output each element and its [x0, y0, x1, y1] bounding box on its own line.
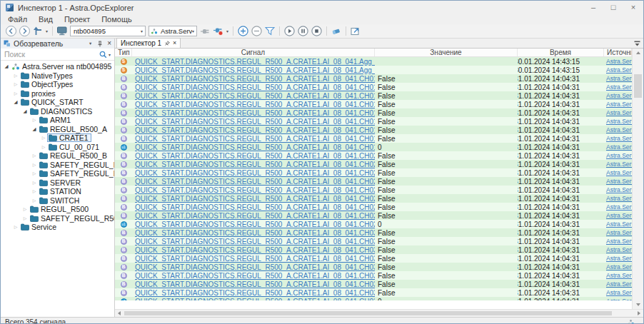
- signal-link[interactable]: QUICK_START.DIAGNOSTICS.REGUL_R500_A.CRA…: [132, 272, 375, 280]
- tree-item-regul-r500-b[interactable]: ▷REGUL_R500_B: [1, 151, 114, 161]
- export-button[interactable]: [351, 26, 361, 36]
- tree-node-body[interactable]: ARM1: [38, 116, 74, 124]
- tree-node-body[interactable]: SERVER: [38, 178, 84, 187]
- expand-arrow-icon[interactable]: ▷: [40, 145, 47, 149]
- signal-link[interactable]: QUICK_START.DIAGNOSTICS.REGUL_R500_A.CRA…: [132, 221, 375, 228]
- menu-file[interactable]: Файл: [2, 14, 33, 24]
- tree-item-nativetypes[interactable]: ▷NativeTypes: [1, 71, 114, 81]
- start-button[interactable]: [284, 26, 295, 36]
- tree-node-body[interactable]: CU_00_071: [47, 143, 102, 151]
- tree-item-regul-r500-a[interactable]: ◢REGUL_R500_A: [1, 125, 114, 134]
- signal-link[interactable]: QUICK_START.DIAGNOSTICS.REGUL_R500_A.CRA…: [132, 246, 375, 254]
- tab-pin-icon[interactable]: [164, 41, 170, 46]
- source-link[interactable]: Astra.Server: [604, 238, 632, 245]
- panel-menu-icon[interactable]: ▾: [89, 41, 91, 46]
- expand-arrow-icon[interactable]: ▷: [21, 207, 29, 211]
- tree-item-crate1[interactable]: ▷CRATE1: [1, 133, 114, 143]
- host-combobox[interactable]: ntb004895 ▾: [70, 26, 146, 36]
- expand-arrow-icon[interactable]: ▷: [31, 181, 38, 185]
- tree-node-body[interactable]: REGUL_R500: [29, 205, 91, 213]
- vertical-scrollbar[interactable]: [632, 49, 643, 309]
- signal-link[interactable]: QUICK_START.DIAGNOSTICS.REGUL_R500_A.CRA…: [132, 203, 375, 211]
- source-link[interactable]: Astra.Server: [604, 212, 632, 219]
- back-button[interactable]: [6, 26, 16, 36]
- signal-link[interactable]: QUICK_START.DIAGNOSTICS.REGUL_R500_A.CRA…: [132, 58, 375, 66]
- maximize-button[interactable]: □: [603, 1, 623, 14]
- signal-link[interactable]: QUICK_START.DIAGNOSTICS.REGUL_R500_A.CRA…: [132, 109, 375, 117]
- source-link[interactable]: Astra.Server: [604, 83, 632, 91]
- source-link[interactable]: Astra.Server: [604, 203, 632, 211]
- scroll-up-arrow-icon[interactable]: [633, 49, 643, 57]
- up-level-button[interactable]: [33, 26, 43, 36]
- tree-node-body[interactable]: STATION: [38, 187, 84, 196]
- tree-node-body[interactable]: NativeTypes: [19, 71, 76, 80]
- signal-link[interactable]: QUICK_START.DIAGNOSTICS.REGUL_R500_A.CRA…: [132, 101, 375, 108]
- column-header-type[interactable]: Тип: [115, 49, 132, 56]
- close-button[interactable]: ×: [623, 1, 643, 14]
- disconnect-dropdown-icon[interactable]: ▾: [226, 29, 228, 34]
- signal-link[interactable]: QUICK_START.DIAGNOSTICS.REGUL_R500_A.CRA…: [132, 255, 375, 263]
- source-link[interactable]: Astra.Server: [604, 143, 632, 151]
- source-link[interactable]: Astra.Server: [604, 272, 632, 279]
- tree-item-safety-regul-r500s[interactable]: ▷SAFETY_REGUL_R500S: [1, 214, 114, 223]
- horizontal-scroll-thumb[interactable]: [124, 311, 612, 315]
- tree-node-body[interactable]: Service: [19, 223, 59, 231]
- expand-arrow-icon[interactable]: ▷: [12, 74, 19, 78]
- tree-item-switch[interactable]: ▷SWITCH: [1, 196, 114, 206]
- signal-link[interactable]: QUICK_START.DIAGNOSTICS.REGUL_R500_A.CRA…: [132, 186, 375, 194]
- source-link[interactable]: Astra.Server: [604, 255, 632, 262]
- menu-view[interactable]: Вид: [33, 14, 59, 24]
- menu-help[interactable]: Помощь: [96, 14, 138, 24]
- tab-list-icon[interactable]: [634, 41, 640, 46]
- expand-arrow-icon[interactable]: ▷: [31, 171, 38, 176]
- expand-arrow-icon[interactable]: ▷: [31, 163, 38, 167]
- column-header-source[interactable]: Источник: [604, 49, 632, 56]
- tree-item-safety-regul-r500s-a[interactable]: ▷SAFETY_REGUL_R500S_A: [1, 161, 114, 170]
- collapse-arrow-icon[interactable]: ◢: [31, 127, 38, 132]
- signal-link[interactable]: QUICK_START.DIAGNOSTICS.REGUL_R500_A.CRA…: [132, 66, 375, 74]
- tree-node-body[interactable]: QUICK_START: [19, 98, 86, 106]
- search-options-icon[interactable]: ▾: [109, 52, 111, 57]
- add-signals-button[interactable]: [238, 26, 248, 36]
- source-link[interactable]: Astra.Server: [604, 263, 632, 270]
- signal-link[interactable]: QUICK_START.DIAGNOSTICS.REGUL_R500_A.CRA…: [132, 143, 375, 151]
- source-link[interactable]: Astra.Server: [604, 161, 632, 168]
- horizontal-scrollbar[interactable]: [115, 309, 643, 317]
- collapse-arrow-icon[interactable]: ◢: [21, 109, 29, 114]
- tree-node-body[interactable]: SWITCH: [38, 196, 82, 205]
- signal-link[interactable]: QUICK_START.DIAGNOSTICS.REGUL_R500_A.CRA…: [132, 126, 375, 134]
- signal-link[interactable]: QUICK_START.DIAGNOSTICS.REGUL_R500_A.CRA…: [132, 238, 375, 245]
- vertical-scroll-thumb[interactable]: [634, 74, 642, 98]
- tree-node-body[interactable]: CRATE1: [47, 133, 91, 142]
- server-combobox[interactable]: Astra.Server ▾: [149, 26, 197, 36]
- signal-link[interactable]: QUICK_START.DIAGNOSTICS.REGUL_R500_A.CRA…: [132, 178, 375, 186]
- source-link[interactable]: Astra.Server: [604, 178, 632, 185]
- expand-arrow-icon[interactable]: ▷: [40, 136, 47, 140]
- collapse-arrow-icon[interactable]: ◢: [3, 64, 10, 69]
- signal-link[interactable]: QUICK_START.DIAGNOSTICS.REGUL_R500_A.CRA…: [132, 118, 375, 126]
- signal-link[interactable]: QUICK_START.DIAGNOSTICS.REGUL_R500_A.CRA…: [132, 229, 375, 237]
- expand-arrow-icon[interactable]: ▷: [31, 198, 38, 203]
- tree-item-cu-00-071[interactable]: ▷CU_00_071: [1, 143, 114, 152]
- source-link[interactable]: Astra.Server: [604, 298, 632, 300]
- source-link[interactable]: Astra.Server: [604, 195, 632, 202]
- signal-link[interactable]: QUICK_START.DIAGNOSTICS.REGUL_R500_A.CRA…: [132, 195, 375, 203]
- source-link[interactable]: Astra.Server: [604, 186, 632, 193]
- expand-arrow-icon[interactable]: ▷: [12, 225, 19, 229]
- tree-node-body[interactable]: Astra.Server на ntb004895: [10, 62, 114, 71]
- pin-icon[interactable]: [97, 41, 103, 47]
- expand-arrow-icon[interactable]: ▷: [21, 216, 29, 221]
- signal-link[interactable]: QUICK_START.DIAGNOSTICS.REGUL_R500_A.CRA…: [132, 169, 375, 177]
- tree-item-astra-server-ntb004895[interactable]: ◢Astra.Server на ntb004895: [1, 62, 114, 71]
- source-link[interactable]: Astra.Server: [604, 221, 632, 228]
- tree-item-quick-start[interactable]: ◢QUICK_START: [1, 98, 114, 107]
- menu-project[interactable]: Проект: [59, 14, 96, 24]
- source-link[interactable]: Astra.Server: [604, 66, 632, 74]
- tree-item-arm1[interactable]: ▷ARM1: [1, 116, 114, 125]
- tree-node-body[interactable]: DIAGNOSTICS: [29, 107, 95, 116]
- signal-link[interactable]: QUICK_START.DIAGNOSTICS.REGUL_R500_A.CRA…: [132, 212, 375, 220]
- signal-link[interactable]: QUICK_START.DIAGNOSTICS.REGUL_R500_A.CRA…: [132, 263, 375, 271]
- expand-arrow-icon[interactable]: ▷: [31, 153, 38, 158]
- tree-item-safety-regul-r500s-b[interactable]: ▷SAFETY_REGUL_R500S_B: [1, 169, 114, 178]
- minimize-button[interactable]: –: [583, 1, 603, 14]
